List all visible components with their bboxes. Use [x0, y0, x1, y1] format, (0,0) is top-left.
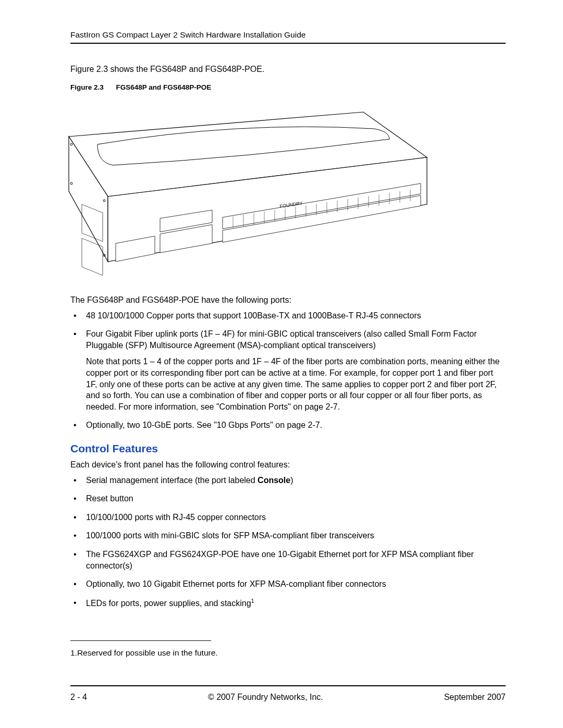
switch-illustration: FOUNDRY [56, 97, 431, 280]
bullet-text: 10/100/1000 ports with RJ-45 copper conn… [86, 513, 266, 522]
list-item: Optionally, two 10-GbE ports. See "10 Gb… [70, 419, 506, 431]
intro-paragraph: Figure 2.3 shows the FGS648P and FGS648P… [70, 65, 506, 74]
bullet-note: Note that ports 1 – 4 of the copper port… [86, 356, 506, 412]
control-intro: Each device's front panel has the follow… [70, 459, 506, 471]
figure-caption: Figure 2.3 FGS648P and FGS648P-POE [70, 83, 506, 91]
list-item: 48 10/100/1000 Copper ports that support… [70, 310, 506, 322]
bullet-text: LEDs for ports, power supplies, and stac… [86, 599, 251, 608]
page-footer: 2 - 4 © 2007 Foundry Networks, Inc. Sept… [70, 693, 506, 702]
control-bullet-list: Serial management interface (the port la… [70, 475, 506, 609]
ports-intro: The FGS648P and FGS648P-POE have the fol… [70, 294, 506, 306]
list-item: Four Gigabit Fiber uplink ports (1F – 4F… [70, 328, 506, 412]
header-rule [70, 43, 506, 44]
console-label: Console [258, 476, 290, 485]
list-item: 100/1000 ports with mini-GBIC slots for … [70, 530, 506, 541]
bullet-text: Serial management interface (the port la… [86, 476, 258, 485]
bullet-text: Optionally, two 10-GbE ports. See "10 Gb… [86, 421, 322, 429]
bullet-text: The FGS624XGP and FGS624XGP-POE have one… [86, 550, 474, 570]
bullet-text: 100/1000 ports with mini-GBIC slots for … [86, 531, 374, 540]
figure-title: FGS648P and FGS648P-POE [116, 83, 212, 91]
document-page: FastIron GS Compact Layer 2 Switch Hardw… [0, 0, 563, 728]
list-item: 10/100/1000 ports with RJ-45 copper conn… [70, 512, 506, 523]
ports-bullet-list: 48 10/100/1000 Copper ports that support… [70, 310, 506, 431]
footnote-rule [70, 640, 211, 641]
section-heading-control-features: Control Features [70, 442, 506, 455]
footer-page-number: 2 - 4 [70, 693, 87, 702]
bullet-text: Four Gigabit Fiber uplink ports (1F – 4F… [86, 329, 477, 350]
close-paren: ) [290, 476, 293, 485]
bullet-text: 48 10/100/1000 Copper ports that support… [86, 311, 421, 320]
page-header-title: FastIron GS Compact Layer 2 Switch Hardw… [70, 30, 506, 40]
list-item: LEDs for ports, power supplies, and stac… [70, 597, 506, 609]
figure-number: Figure 2.3 [70, 83, 104, 91]
footer-copyright: © 2007 Foundry Networks, Inc. [208, 693, 323, 702]
footer-rule [70, 685, 506, 686]
footnote-text: 1.Reserved for possible use in the futur… [70, 648, 506, 658]
bullet-text: Reset button [86, 494, 133, 503]
footnote-marker: 1 [251, 598, 254, 604]
list-item: Reset button [70, 493, 506, 504]
footer-date: September 2007 [444, 693, 506, 702]
list-item: The FGS624XGP and FGS624XGP-POE have one… [70, 549, 506, 571]
list-item: Serial management interface (the port la… [70, 475, 506, 486]
bullet-text: Optionally, two 10 Gigabit Ethernet port… [86, 579, 386, 588]
list-item: Optionally, two 10 Gigabit Ethernet port… [70, 578, 506, 590]
